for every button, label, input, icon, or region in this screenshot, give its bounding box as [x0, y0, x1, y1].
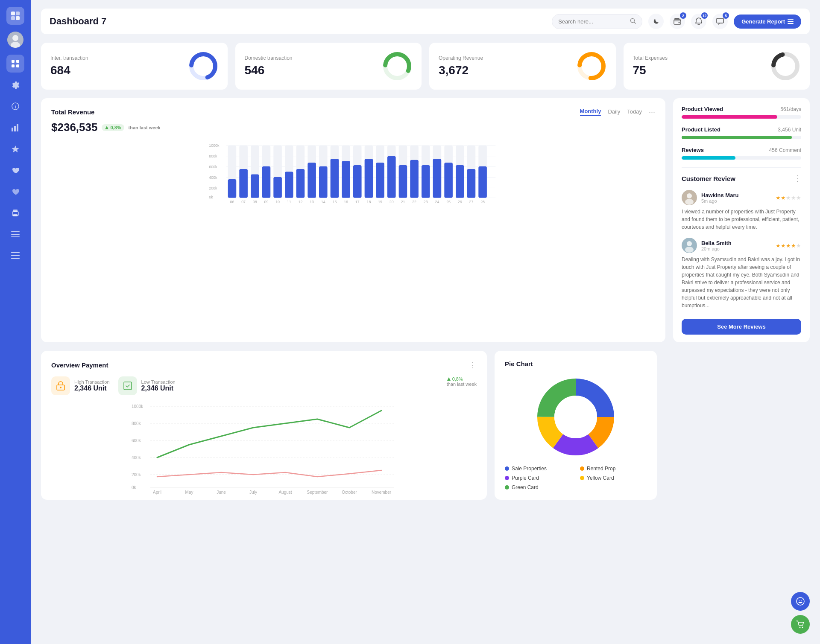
sidebar-item-analytics[interactable]: [6, 119, 24, 137]
svg-text:22: 22: [412, 200, 416, 204]
svg-line-27: [634, 22, 636, 23]
sidebar-item-heart2[interactable]: [6, 183, 24, 201]
svg-text:13: 13: [310, 200, 314, 204]
svg-text:1000k: 1000k: [209, 143, 220, 148]
svg-rect-132: [124, 382, 132, 390]
low-transaction-label: Low Transaction: [141, 379, 176, 385]
svg-text:28: 28: [480, 200, 485, 204]
bar-chart-svg: 1000k 800k 600k 400k 200k 0k: [51, 142, 655, 210]
see-more-reviews-button[interactable]: See More Reviews: [682, 319, 801, 335]
line-chart-area: 1000k 800k 600k 400k 200k 0k: [51, 402, 477, 487]
svg-rect-71: [285, 172, 293, 198]
sidebar-item-heart[interactable]: [6, 161, 24, 179]
high-transaction-icon: [51, 376, 70, 395]
sidebar-item-settings[interactable]: [6, 76, 24, 94]
customer-review-section: Customer Review ⋮ Hawkins Maru 5m ago: [682, 167, 801, 335]
svg-rect-0: [11, 12, 15, 15]
review-more-icon[interactable]: ⋮: [794, 174, 801, 183]
payment-change-pct: 0,8%: [447, 376, 477, 382]
svg-rect-107: [422, 165, 430, 198]
bell-badge: 12: [701, 12, 708, 19]
legend-rented-prop: Rented Prop: [580, 466, 647, 472]
generate-report-button[interactable]: Generate Report: [734, 15, 801, 29]
stat-value-2: 3,672: [439, 64, 483, 77]
svg-text:15: 15: [333, 200, 337, 204]
svg-text:25: 25: [446, 200, 451, 204]
revenue-tabs: Monthly Daily Today ···: [580, 108, 655, 117]
search-input[interactable]: [558, 18, 627, 25]
svg-rect-15: [17, 124, 18, 131]
svg-rect-56: [228, 179, 237, 198]
sidebar-item-info[interactable]: i: [6, 97, 24, 115]
cart-fab[interactable]: [791, 615, 810, 634]
payment-stats: High Transaction 2,346 Unit Low Transact…: [51, 376, 477, 395]
svg-rect-83: [331, 159, 339, 198]
legend-dot-rented: [580, 466, 584, 471]
svg-rect-23: [11, 252, 20, 253]
sidebar-item-print[interactable]: [6, 204, 24, 222]
bottom-row: Overview Payment ⋮ High Transaction 2,34…: [41, 351, 810, 500]
sidebar-item-dashboard[interactable]: [6, 55, 24, 73]
svg-text:600k: 600k: [132, 438, 141, 443]
review-avatar-0: [682, 190, 697, 205]
donut-chart-0: [188, 51, 218, 81]
payment-more-icon[interactable]: ⋮: [469, 360, 477, 370]
tab-monthly[interactable]: Monthly: [580, 108, 601, 116]
svg-rect-92: [365, 159, 373, 198]
sidebar-item-list[interactable]: [6, 247, 24, 265]
review-user-1: Bella Smith 20m ago ★★★★★: [682, 238, 801, 253]
stat-label-1: Domestic transaction: [245, 55, 293, 61]
stat-label-0: Inter. transaction: [50, 55, 88, 61]
stars-0: ★★★★★: [776, 194, 801, 201]
payment-header: Overview Payment ⋮: [51, 360, 477, 370]
svg-rect-62: [251, 174, 259, 198]
middle-row: Total Revenue Monthly Daily Today ··· $2…: [41, 98, 810, 342]
wallet-btn[interactable]: 2: [670, 14, 685, 29]
stars-1: ★★★★★: [776, 242, 801, 249]
sidebar-item-star[interactable]: [6, 140, 24, 158]
donut-chart-2: [577, 51, 606, 81]
low-transaction-value: 2,346 Unit: [141, 385, 176, 392]
chat-btn[interactable]: 5: [712, 14, 728, 29]
svg-rect-122: [478, 166, 487, 198]
tab-today[interactable]: Today: [627, 108, 642, 116]
svg-rect-113: [444, 163, 453, 198]
svg-text:800k: 800k: [209, 154, 217, 158]
svg-text:400k: 400k: [209, 175, 217, 180]
bell-btn[interactable]: 12: [691, 14, 706, 29]
svg-point-125: [687, 193, 692, 198]
sidebar-item-menu[interactable]: [6, 225, 24, 243]
header: Dashboard 7 2 12 5: [41, 9, 810, 34]
chat-badge: 5: [723, 12, 729, 19]
svg-point-162: [801, 600, 802, 601]
stats-row: Inter. transaction 684 Domestic transact…: [41, 43, 810, 90]
revenue-more-icon[interactable]: ···: [649, 108, 655, 117]
metric-reviews: Reviews 456 Comment: [682, 147, 801, 160]
svg-text:24: 24: [435, 200, 439, 204]
dark-mode-toggle[interactable]: [648, 14, 664, 29]
svg-rect-95: [376, 163, 384, 198]
payment-change: 0,8% than last week: [447, 376, 477, 395]
metrics-panel: Product Viewed 561/days Product Listed 3…: [673, 98, 810, 342]
revenue-title: Total Revenue: [51, 108, 94, 116]
support-fab[interactable]: [791, 592, 810, 611]
svg-rect-101: [399, 165, 407, 198]
legend-yellow-card: Yellow Card: [580, 475, 647, 481]
svg-point-164: [802, 627, 803, 628]
svg-text:17: 17: [355, 200, 360, 204]
tab-daily[interactable]: Daily: [608, 108, 620, 116]
avatar[interactable]: [7, 32, 23, 48]
svg-point-160: [797, 597, 804, 605]
svg-text:18: 18: [367, 200, 371, 204]
svg-rect-9: [12, 64, 15, 67]
revenue-bar-chart: 1000k 800k 600k 400k 200k 0k: [51, 142, 655, 212]
svg-text:21: 21: [401, 200, 405, 204]
progress-bar-2: [682, 156, 801, 160]
svg-text:14: 14: [321, 200, 325, 204]
search-icon: [630, 18, 636, 25]
review-user-0: Hawkins Maru 5m ago ★★★★★: [682, 190, 801, 205]
metric-value-1: 3,456 Unit: [778, 127, 801, 133]
payment-change-sub: than last week: [447, 382, 477, 387]
svg-point-128: [687, 241, 692, 246]
svg-text:23: 23: [424, 200, 428, 204]
